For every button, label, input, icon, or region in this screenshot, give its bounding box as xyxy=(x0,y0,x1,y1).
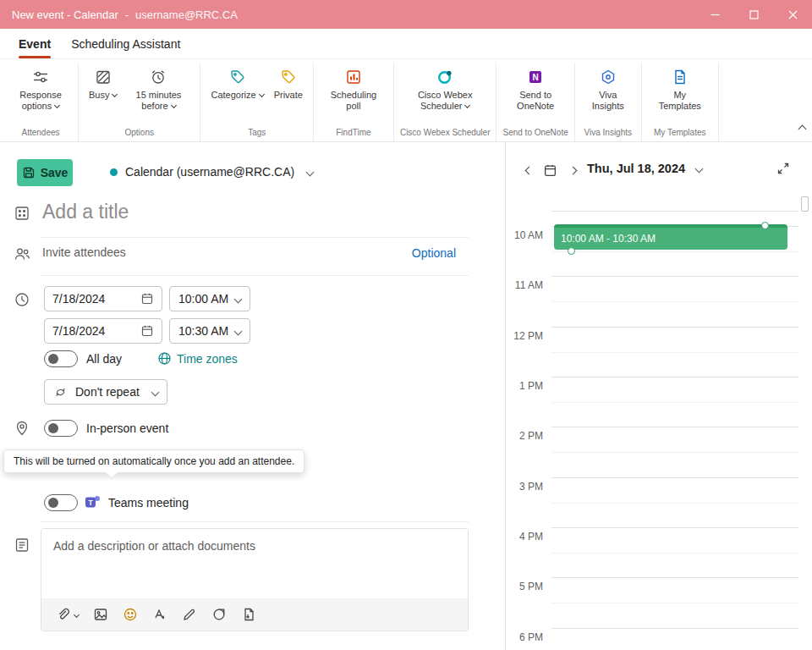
time-zones-link[interactable]: Time zones xyxy=(157,351,238,366)
insert-document-icon[interactable] xyxy=(241,607,256,622)
scrollbar-thumb[interactable] xyxy=(801,196,809,212)
show-as-busy-icon xyxy=(95,67,112,87)
ribbon-group-viva: Viva Insights Viva Insights xyxy=(575,63,642,141)
categorize-tag-icon xyxy=(229,67,246,87)
private-button[interactable]: Private xyxy=(270,63,307,101)
draw-icon[interactable] xyxy=(182,607,197,622)
ribbon-group-label: My Templates xyxy=(654,125,706,141)
tab-scheduling-label: Scheduling Assistant xyxy=(71,37,180,51)
end-date-value[interactable] xyxy=(52,324,125,338)
reminder-label: 15 minutes before xyxy=(127,90,189,112)
previous-day-button[interactable] xyxy=(521,162,536,178)
event-title-icon xyxy=(14,205,30,222)
start-date-value[interactable] xyxy=(52,292,125,306)
reminder-icon xyxy=(150,67,167,87)
editor-toolbar xyxy=(41,598,468,631)
viva-insights-button[interactable]: Viva Insights xyxy=(581,63,635,112)
attach-file-icon[interactable] xyxy=(55,607,79,622)
loop-component-icon[interactable] xyxy=(211,607,227,622)
account-email: username@RRC.CA xyxy=(135,8,238,21)
hour-line xyxy=(551,577,798,578)
reminder-button[interactable]: 15 minutes before xyxy=(123,63,194,112)
end-time-dropdown[interactable]: 10:30 AM xyxy=(169,318,250,344)
expand-calendar-icon[interactable] xyxy=(776,162,790,175)
description-input[interactable] xyxy=(41,529,468,598)
start-date-input[interactable] xyxy=(44,286,162,311)
attendees-icon xyxy=(14,245,30,262)
time-icon xyxy=(14,291,30,308)
svg-text:T: T xyxy=(88,499,93,507)
insert-image-icon[interactable] xyxy=(93,607,108,622)
in-person-toggle[interactable] xyxy=(44,420,78,437)
teams-meeting-label: Teams meeting xyxy=(108,496,189,510)
globe-icon xyxy=(157,351,172,366)
my-templates-button[interactable]: My Templates xyxy=(648,63,712,112)
divider xyxy=(41,521,469,522)
start-time-dropdown[interactable]: 10:00 AM xyxy=(169,286,250,311)
chevron-down-icon xyxy=(234,295,243,303)
chevron-down-icon xyxy=(306,168,315,176)
private-label: Private xyxy=(274,90,303,101)
scheduling-poll-label: Scheduling poll xyxy=(324,90,383,112)
invite-attendees-input[interactable] xyxy=(42,242,355,262)
save-button[interactable]: Save xyxy=(17,159,73,186)
end-time-value: 10:30 AM xyxy=(178,324,228,338)
emoji-icon[interactable] xyxy=(123,607,138,622)
send-to-onenote-label: Send to OneNote xyxy=(510,90,561,112)
description-icon xyxy=(14,537,30,554)
minimize-button[interactable] xyxy=(695,0,734,29)
categorize-button[interactable]: Categorize xyxy=(206,63,267,101)
onenote-icon: N xyxy=(527,67,544,87)
collapse-ribbon-button[interactable] xyxy=(799,119,805,135)
next-day-button[interactable] xyxy=(565,162,580,178)
repeat-dropdown[interactable]: Don't repeat xyxy=(44,379,167,405)
categorize-label: Categorize xyxy=(211,90,263,101)
hour-label: 1 PM xyxy=(506,380,543,392)
half-hour-line xyxy=(551,301,798,302)
optional-attendees-link[interactable]: Optional xyxy=(412,246,456,260)
text-effects-icon[interactable] xyxy=(152,607,167,622)
send-to-onenote-button[interactable]: N Send to OneNote xyxy=(506,63,565,112)
ribbon-group-findtime: Scheduling poll FindTime xyxy=(314,63,394,141)
tab-scheduling-assistant[interactable]: Scheduling Assistant xyxy=(61,29,190,58)
close-button[interactable] xyxy=(773,0,812,29)
maximize-button[interactable] xyxy=(734,0,773,29)
content: Save Calendar (username@RRC.CA) xyxy=(0,142,812,650)
repeat-icon xyxy=(53,385,68,399)
show-as-busy-button[interactable]: Busy xyxy=(85,63,121,101)
calendar-selector[interactable]: Calendar (username@RRC.CA) xyxy=(110,165,313,179)
tab-event[interactable]: Event xyxy=(8,29,61,58)
calendar-picker-icon[interactable] xyxy=(140,292,154,306)
save-icon xyxy=(22,166,36,179)
my-templates-label: My Templates xyxy=(652,90,708,112)
teams-meeting-toggle[interactable] xyxy=(44,494,78,511)
calendar-picker-icon[interactable] xyxy=(140,324,154,338)
calendar-event-block[interactable]: 10:00 AM - 10:30 AM xyxy=(554,224,787,250)
event-resize-handle-bottom[interactable] xyxy=(568,247,575,255)
calendar-selector-label: Calendar (username@RRC.CA) xyxy=(125,165,294,179)
hour-line xyxy=(551,377,798,377)
event-resize-handle-top[interactable] xyxy=(761,222,769,229)
ribbon-group-label: Options xyxy=(125,125,154,141)
webex-scheduler-button[interactable]: Cisco Webex Scheduler xyxy=(405,63,485,112)
half-hour-line xyxy=(551,553,798,554)
half-hour-line xyxy=(551,452,798,453)
hour-label: 10 AM xyxy=(506,229,543,241)
day-view-date-selector[interactable]: Thu, Jul 18, 2024 xyxy=(587,162,702,175)
hour-label: 3 PM xyxy=(506,481,543,493)
divider xyxy=(41,275,469,276)
teams-tooltip: This will be turned on automatically onc… xyxy=(3,449,304,473)
end-date-input[interactable] xyxy=(44,318,162,344)
show-as-busy-label: Busy xyxy=(89,90,117,101)
all-day-toggle[interactable] xyxy=(44,350,78,367)
ribbon-group-label: Attendees xyxy=(21,125,59,141)
response-options-button[interactable]: Response options xyxy=(9,63,72,112)
scheduling-poll-button[interactable]: Scheduling poll xyxy=(320,63,387,112)
date-picker-button[interactable] xyxy=(542,162,557,178)
all-day-label: All day xyxy=(86,352,122,366)
half-hour-line xyxy=(551,503,798,504)
title-input[interactable] xyxy=(42,195,457,229)
my-templates-icon xyxy=(672,67,689,87)
scheduling-poll-icon xyxy=(345,67,362,87)
ribbon: Response options Attendees Busy xyxy=(0,59,812,142)
